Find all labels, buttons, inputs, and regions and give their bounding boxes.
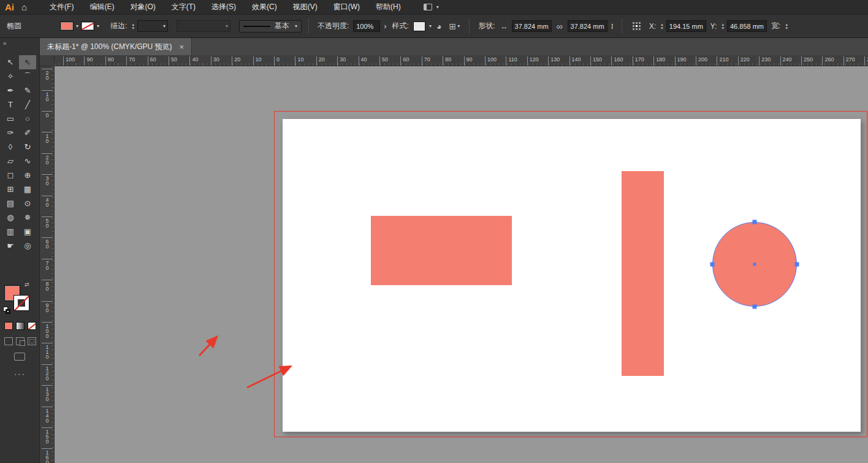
rectangle-tool[interactable]: ▭	[2, 112, 19, 126]
ellipse-tool[interactable]: ○	[19, 112, 36, 126]
stroke-weight-stepper[interactable]: ▴▾	[132, 23, 134, 30]
color-button[interactable]	[4, 322, 13, 330]
opacity-panel-arrow[interactable]: ›	[384, 21, 386, 31]
hand-tool[interactable]: ☛	[2, 239, 19, 253]
shape-builder-tool[interactable]: ⊕	[19, 168, 36, 182]
horizontal-ruler[interactable]: 1009080706050403020100102030405060708090…	[55, 55, 868, 66]
scale-tool[interactable]: ▱	[2, 154, 19, 168]
ref-point[interactable]	[633, 22, 634, 24]
blend-tool[interactable]: ◍	[2, 210, 19, 224]
stroke-color-box[interactable]	[13, 295, 29, 311]
menu-object[interactable]: 对象(O)	[122, 0, 163, 14]
menu-type[interactable]: 文字(T)	[164, 0, 204, 14]
artboard-tool[interactable]: ▣	[19, 224, 36, 239]
width-tool[interactable]: ∿	[19, 154, 36, 168]
zoom-tool[interactable]: ◎	[19, 239, 36, 253]
x-position-field[interactable]: 194.15 mm	[666, 20, 706, 32]
recolor-artwork-icon[interactable]: ◕	[436, 21, 441, 31]
opacity-field[interactable]: 100%	[353, 20, 380, 32]
menu-view[interactable]: 视图(V)	[285, 0, 326, 14]
ruler-label: 90	[464, 56, 473, 66]
shape-height-field[interactable]: 37.824 mm	[568, 20, 607, 32]
center-point[interactable]	[753, 263, 756, 266]
free-transform-tool[interactable]: ◻	[2, 168, 19, 182]
direct-selection-tool[interactable]: ⇖	[19, 55, 36, 69]
canvas-area[interactable]	[55, 66, 868, 463]
salmon-rectangle-horizontal[interactable]	[371, 216, 512, 285]
gradient-tool[interactable]: ▤	[2, 196, 19, 210]
anchor-point-left[interactable]	[710, 262, 715, 267]
draw-behind-mode-icon[interactable]	[16, 337, 25, 345]
width-stepper[interactable]: ▴▾	[785, 23, 788, 30]
eyedropper-tool[interactable]: ⊙	[19, 196, 36, 210]
document-tab[interactable]: 未标题-1* @ 100% (CMYK/GPU 预览) ×	[40, 38, 192, 55]
stroke-color-control[interactable]: ▾	[81, 21, 99, 31]
fill-swatch[interactable]	[60, 21, 74, 31]
collapse-panel-icon[interactable]: «	[0, 38, 39, 48]
lasso-tool[interactable]: ⌒	[19, 69, 36, 83]
draw-inside-mode-icon[interactable]	[28, 337, 36, 345]
menu-window[interactable]: 窗口(W)	[326, 0, 368, 14]
fill-color-control[interactable]: ▾	[60, 21, 78, 31]
anchor-point-right[interactable]	[795, 262, 799, 267]
brush-definition-select[interactable]: 基本 ▾	[239, 20, 302, 33]
y-stepper[interactable]: ▴▾	[721, 23, 724, 30]
perspective-grid-tool[interactable]: ⊞	[2, 182, 19, 196]
ref-point-selected[interactable]	[636, 25, 638, 27]
constrain-proportions-icon[interactable]: ∞	[557, 21, 563, 31]
anchor-point-top[interactable]	[753, 220, 757, 224]
ruler-origin-corner[interactable]	[40, 55, 55, 66]
default-fill-stroke-icon[interactable]	[3, 307, 12, 315]
more-tools-button[interactable]: ···	[0, 369, 40, 378]
vertical-ruler[interactable]: 2 01 001 02 03 04 05 06 07 08 09 01 0 01…	[40, 66, 55, 463]
ref-point[interactable]	[639, 22, 641, 24]
mesh-tool[interactable]: ▦	[19, 182, 36, 196]
x-stepper[interactable]: ▴▾	[661, 23, 663, 30]
ref-point[interactable]	[639, 28, 641, 30]
column-graph-tool[interactable]: ▥	[2, 224, 19, 239]
menu-effect[interactable]: 效果(C)	[244, 0, 285, 14]
anchor-point-bottom[interactable]	[753, 305, 757, 309]
chevron-down-icon[interactable]: ▾	[429, 23, 432, 29]
paintbrush-tool[interactable]: ✑	[2, 126, 19, 140]
salmon-rectangle-vertical[interactable]	[622, 171, 664, 376]
rotate-tool[interactable]: ↻	[19, 140, 36, 154]
shape-width-field[interactable]: 37.824 mm	[512, 20, 552, 32]
width-profile-select[interactable]: ▾	[177, 20, 230, 32]
stroke-swatch[interactable]	[81, 21, 94, 31]
illustrator-logo[interactable]: Ai	[5, 2, 14, 12]
swap-fill-stroke-icon[interactable]: ⇄	[25, 281, 29, 288]
close-tab-icon[interactable]: ×	[180, 42, 185, 52]
line-segment-tool[interactable]: ╱	[19, 98, 36, 112]
draw-normal-mode-icon[interactable]	[4, 337, 13, 345]
pencil-tool[interactable]: ✐	[19, 126, 36, 140]
menu-select[interactable]: 选择(S)	[204, 0, 244, 14]
ref-point[interactable]	[636, 22, 638, 24]
ruler-label: 10	[253, 56, 262, 66]
gradient-button[interactable]	[16, 322, 25, 330]
ref-point[interactable]	[633, 28, 634, 30]
stroke-weight-select[interactable]: ▾	[137, 20, 168, 32]
ref-point[interactable]	[639, 25, 641, 27]
menu-help[interactable]: 帮助(H)	[368, 0, 409, 14]
pen-tool[interactable]: ✒	[2, 83, 19, 98]
menu-file[interactable]: 文件(F)	[42, 0, 82, 14]
type-tool[interactable]: T	[2, 98, 19, 112]
home-icon[interactable]: ⌂	[21, 2, 27, 12]
eraser-tool[interactable]: ◊	[2, 140, 19, 154]
magic-wand-tool[interactable]: ✧	[2, 69, 19, 83]
curvature-tool[interactable]: ✎	[19, 83, 36, 98]
y-position-field[interactable]: 46.858 mm	[727, 20, 767, 32]
style-swatch[interactable]	[413, 21, 425, 31]
screen-mode-button[interactable]	[14, 353, 25, 361]
reference-point-locator[interactable]	[633, 22, 641, 31]
ruler-label: 2 0	[42, 69, 53, 80]
workspace-switcher[interactable]: ▾	[424, 4, 439, 10]
align-options-icon[interactable]: ⊞▾	[449, 21, 460, 31]
none-button[interactable]	[28, 322, 36, 330]
ref-point[interactable]	[636, 28, 638, 30]
symbol-sprayer-tool[interactable]: ✵	[19, 210, 36, 224]
menu-edit[interactable]: 编辑(E)	[82, 0, 122, 14]
selection-tool[interactable]: ↖	[2, 55, 19, 69]
ref-point[interactable]	[633, 25, 634, 27]
